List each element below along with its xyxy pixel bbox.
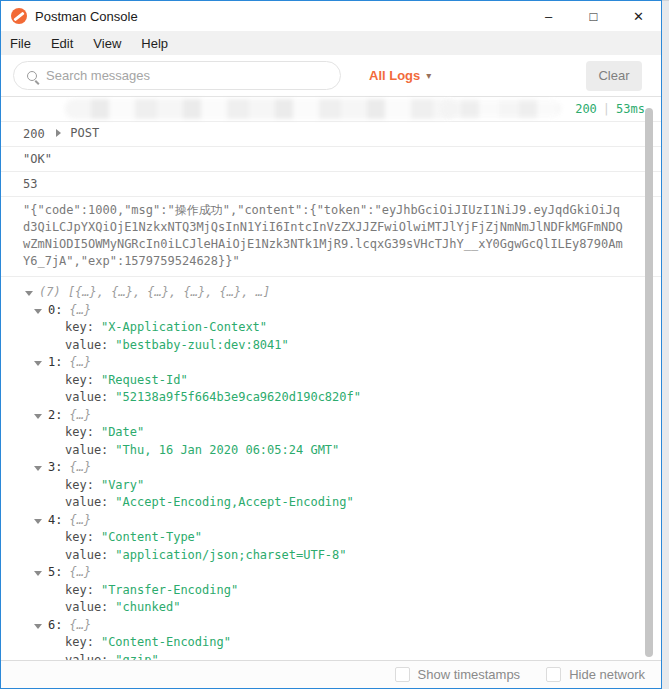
menu-bar: File Edit View Help xyxy=(1,31,661,55)
maximize-icon[interactable]: □ xyxy=(571,1,616,31)
search-placeholder: Search messages xyxy=(46,68,150,83)
log-entry-length: 53 xyxy=(1,172,661,197)
menu-help[interactable]: Help xyxy=(132,36,179,51)
tree-root-row: (7) [{…}, {…}, {…}, {…}, {…}, …] xyxy=(1,284,661,302)
tree-item-row: 1:{…} xyxy=(1,354,661,372)
tree-item-row: 0:{…} xyxy=(1,302,661,320)
hide-network-label: Hide network xyxy=(569,667,645,682)
value-value: "Thu, 16 Jan 2020 06:05:24 GMT" xyxy=(115,443,339,457)
tree-item-row: 5:{…} xyxy=(1,564,661,582)
tree-item-preview: {…} xyxy=(69,355,91,369)
meta-divider: | xyxy=(603,102,610,116)
body-line: wZmNiODI5OWMyNGRcIn0iLCJleHAiOjE1Nzk3NTk… xyxy=(23,236,637,253)
console-log-area: POST 200|53ms 200 "OK" 53 "{"code":1000,… xyxy=(1,97,661,676)
log-entry-status: 200 xyxy=(1,122,661,147)
request-meta: 200|53ms xyxy=(575,97,645,121)
close-icon[interactable]: ✕ xyxy=(616,1,661,31)
tree-key-row: key:"Transfer-Encoding" xyxy=(1,582,661,600)
value-value: "chunked" xyxy=(115,600,180,614)
tree-item-index: 3: xyxy=(48,460,62,474)
show-timestamps-label: Show timestamps xyxy=(418,667,521,682)
tree-item-preview: {…} xyxy=(69,303,91,317)
body-line: Y6_7jA","exp":1579759524628}}" xyxy=(23,253,637,270)
value-value: "bestbaby-zuul:dev:8041" xyxy=(115,338,288,352)
menu-file[interactable]: File xyxy=(1,36,42,51)
tree-summary: (7) [{…}, {…}, {…}, {…}, {…}, …] xyxy=(39,285,270,299)
value-value: "application/json;charset=UTF-8" xyxy=(115,548,346,562)
value-label: value: xyxy=(65,495,108,509)
caret-down-icon[interactable] xyxy=(34,466,42,471)
request-time: 53ms xyxy=(616,102,645,116)
toolbar: Search messages All Logs ▾ Clear xyxy=(1,55,661,97)
tree-item-row: 2:{…} xyxy=(1,407,661,425)
caret-down-icon[interactable] xyxy=(34,519,42,524)
tree-item-preview: {…} xyxy=(69,618,91,632)
tree-value-row: value:"chunked" xyxy=(1,599,661,617)
request-log-row[interactable]: POST 200|53ms xyxy=(1,97,661,122)
tree-item-index: 6: xyxy=(48,618,62,632)
key-value: "Vary" xyxy=(101,478,144,492)
tree-value-row: value:"bestbaby-zuul:dev:8041" xyxy=(1,337,661,355)
body-line: "{"code":1000,"msg":"操作成功","content":{"t… xyxy=(23,202,637,219)
key-value: "Content-Type" xyxy=(101,530,202,544)
request-status: 200 xyxy=(575,102,597,116)
log-filter-label: All Logs xyxy=(369,68,420,83)
caret-down-icon[interactable] xyxy=(25,291,33,296)
menu-view[interactable]: View xyxy=(84,36,132,51)
key-label: key: xyxy=(65,478,94,492)
key-value: "X-Application-Context" xyxy=(101,320,267,334)
redacted-url xyxy=(65,99,457,119)
value-value: "Accept-Encoding,Accept-Encoding" xyxy=(115,495,353,509)
key-label: key: xyxy=(65,583,94,597)
tree-item-preview: {…} xyxy=(69,565,91,579)
value-label: value: xyxy=(65,338,108,352)
log-entry-statustext: "OK" xyxy=(1,147,661,172)
tree-key-row: key:"Content-Encoding" xyxy=(1,634,661,652)
key-label: key: xyxy=(65,320,94,334)
menu-edit[interactable]: Edit xyxy=(42,36,84,51)
minimize-icon[interactable]: – xyxy=(526,1,571,31)
value-label: value: xyxy=(65,390,108,404)
value-label: value: xyxy=(65,443,108,457)
tree-item-preview: {…} xyxy=(69,460,91,474)
key-label: key: xyxy=(65,635,94,649)
title-bar: Postman Console – □ ✕ xyxy=(1,1,661,31)
headers-tree: (7) [{…}, {…}, {…}, {…}, {…}, …] 0:{…} k… xyxy=(1,277,661,676)
key-value: "Transfer-Encoding" xyxy=(101,583,238,597)
tree-key-row: key:"X-Application-Context" xyxy=(1,319,661,337)
tree-value-row: value:"application/json;charset=UTF-8" xyxy=(1,547,661,565)
vertical-scrollbar[interactable] xyxy=(645,108,653,657)
hide-network-checkbox[interactable] xyxy=(546,667,561,682)
tree-item-row: 3:{…} xyxy=(1,459,661,477)
postman-logo-icon xyxy=(11,8,27,24)
value-label: value: xyxy=(65,548,108,562)
tree-key-row: key:"Vary" xyxy=(1,477,661,495)
tree-item-row: 4:{…} xyxy=(1,512,661,530)
value-label: value: xyxy=(65,600,108,614)
show-timestamps-toggle[interactable]: Show timestamps xyxy=(395,667,521,682)
tree-key-row: key:"Date" xyxy=(1,424,661,442)
value-value: "52138a9f5f664b3e9ca9620d190c820f" xyxy=(115,390,361,404)
caret-down-icon[interactable] xyxy=(34,624,42,629)
window-controls: – □ ✕ xyxy=(526,1,661,31)
caret-down-icon[interactable] xyxy=(34,309,42,314)
key-value: "Date" xyxy=(101,425,144,439)
key-label: key: xyxy=(65,530,94,544)
clear-button[interactable]: Clear xyxy=(586,61,642,91)
caret-down-icon[interactable] xyxy=(34,414,42,419)
tree-item-index: 2: xyxy=(48,408,62,422)
search-input[interactable]: Search messages xyxy=(13,61,341,90)
key-label: key: xyxy=(65,373,94,387)
key-value: "Request-Id" xyxy=(101,373,188,387)
window-title: Postman Console xyxy=(35,9,138,24)
caret-down-icon[interactable] xyxy=(34,361,42,366)
chevron-down-icon: ▾ xyxy=(426,70,431,81)
hide-network-toggle[interactable]: Hide network xyxy=(546,667,645,682)
caret-down-icon[interactable] xyxy=(34,571,42,576)
show-timestamps-checkbox[interactable] xyxy=(395,667,410,682)
key-label: key: xyxy=(65,425,94,439)
search-icon xyxy=(27,71,37,81)
log-filter-dropdown[interactable]: All Logs ▾ xyxy=(369,68,431,83)
redacted-url-tail xyxy=(441,100,561,118)
tree-value-row: value:"Thu, 16 Jan 2020 06:05:24 GMT" xyxy=(1,442,661,460)
